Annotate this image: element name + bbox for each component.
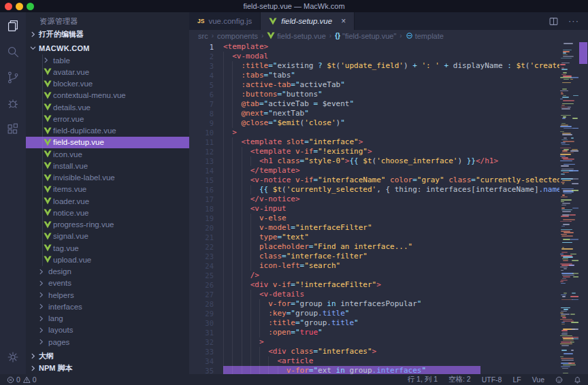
code-line-4[interactable]: :tabs="tabs" xyxy=(223,71,559,80)
code-line-23[interactable]: class="interface-filter" xyxy=(223,252,559,261)
breadcrumb-item[interactable]: template xyxy=(406,32,444,40)
tree-file-notice-vue[interactable]: notice.vue xyxy=(26,207,189,218)
line-number[interactable]: 20 xyxy=(189,223,214,233)
line-number[interactable]: 16 xyxy=(189,185,214,195)
line-number[interactable]: 13 xyxy=(189,156,214,166)
tree-file-progress-ring-vue[interactable]: progress-ring.vue xyxy=(26,219,189,231)
tree-file-contextual-menu-vue[interactable]: contextual-menu.vue xyxy=(26,90,189,101)
tree-file-avatar-vue[interactable]: avatar.vue xyxy=(26,66,189,78)
warnings-count[interactable]: 0 xyxy=(23,375,37,384)
code-line-30[interactable]: :title="group.title" xyxy=(223,318,559,328)
tree-file-loader-vue[interactable]: loader.vue xyxy=(26,195,189,207)
code-line-10[interactable]: > xyxy=(223,128,559,137)
npm-scripts-section[interactable]: NPM 脚本 xyxy=(26,362,189,374)
code-line-34[interactable]: <article xyxy=(223,356,559,366)
line-number[interactable]: 1 xyxy=(189,42,214,52)
tree-folder-design[interactable]: design xyxy=(26,266,189,278)
search-icon[interactable] xyxy=(0,39,26,65)
notifications-icon[interactable] xyxy=(574,376,581,384)
status-encoding[interactable]: UTF-8 xyxy=(482,375,502,384)
split-editor-icon[interactable] xyxy=(549,17,558,26)
errors-count[interactable]: 0 xyxy=(7,375,20,384)
feedback-icon[interactable] xyxy=(555,376,563,384)
breadcrumb-item[interactable]: src xyxy=(198,32,208,40)
tree-file-icon-vue[interactable]: icon.vue xyxy=(26,148,189,160)
line-number[interactable]: 21 xyxy=(189,233,214,242)
breadcrumb-item[interactable]: components xyxy=(217,32,258,40)
line-number[interactable]: 3 xyxy=(189,61,214,71)
code-line-27[interactable]: <v-details xyxy=(223,290,559,299)
line-number[interactable]: 12 xyxy=(189,147,214,156)
tree-file-details-vue[interactable]: details.vue xyxy=(26,101,189,113)
tree-folder-events[interactable]: events xyxy=(26,278,189,289)
line-number[interactable]: 34 xyxy=(189,356,214,366)
line-number[interactable]: 28 xyxy=(189,299,214,309)
tree-file-blocker-vue[interactable]: blocker.vue xyxy=(26,78,189,90)
status-eol[interactable]: LF xyxy=(512,375,521,384)
code-line-5[interactable]: :active-tab="activeTab" xyxy=(223,80,559,90)
line-number[interactable]: 19 xyxy=(189,214,214,223)
line-number[interactable]: 25 xyxy=(189,271,214,280)
line-number[interactable]: 15 xyxy=(189,175,214,185)
code-line-32[interactable]: > xyxy=(223,337,559,347)
tree-folder-table[interactable]: table xyxy=(26,54,189,66)
code-line-11[interactable]: <template slot="interface"> xyxy=(223,137,559,147)
status-indentation[interactable]: 空格: 2 xyxy=(448,375,471,384)
line-number[interactable]: 4 xyxy=(189,71,214,80)
line-number[interactable]: 18 xyxy=(189,204,214,214)
tree-file-invisible-label-vue[interactable]: invisible-label.vue xyxy=(26,172,189,184)
tree-file-field-setup-vue[interactable]: field-setup.vue xyxy=(26,137,189,148)
debug-icon[interactable] xyxy=(0,90,26,116)
line-number[interactable]: 5 xyxy=(189,80,214,90)
line-number[interactable]: 7 xyxy=(189,99,214,109)
code-line-22[interactable]: placeholder="Find an interface..." xyxy=(223,242,559,252)
more-actions-icon[interactable]: ··· xyxy=(568,19,579,23)
code-line-19[interactable]: v-else xyxy=(223,214,559,223)
line-number[interactable]: 31 xyxy=(189,328,214,337)
code-line-16[interactable]: {{ $t('currently_selected', { thing: int… xyxy=(223,185,559,195)
code-line-33[interactable]: <div class="interfaces"> xyxy=(223,347,559,356)
code-line-18[interactable]: <v-input xyxy=(223,204,559,214)
code-line-14[interactable]: </template> xyxy=(223,166,559,175)
line-number[interactable]: 23 xyxy=(189,252,214,261)
code-line-1[interactable]: <template> xyxy=(223,42,559,52)
code-line-12[interactable]: <template v-if="!existing"> xyxy=(223,147,559,156)
line-number[interactable]: 6 xyxy=(189,90,214,99)
line-number[interactable]: 27 xyxy=(189,290,214,299)
workspace-root-section[interactable]: MACWK.COM xyxy=(26,41,189,54)
line-number[interactable]: 11 xyxy=(189,137,214,147)
code-line-20[interactable]: v-model="interfaceFilter" xyxy=(223,223,559,233)
line-number[interactable]: 35 xyxy=(189,366,214,374)
line-number[interactable]: 22 xyxy=(189,242,214,252)
code-line-13[interactable]: <h1 class="style-0">{{ $t('choose_interf… xyxy=(223,156,559,166)
extensions-icon[interactable] xyxy=(0,116,26,142)
status-cursor-position[interactable]: 行 1, 列 1 xyxy=(408,375,438,384)
tab-vue-config-js[interactable]: JSvue.config.js xyxy=(189,12,261,30)
line-number[interactable]: 2 xyxy=(189,52,214,61)
tree-file-upload-vue[interactable]: upload.vue xyxy=(26,254,189,265)
open-editors-section[interactable]: 打开的编辑器 xyxy=(26,28,189,41)
code-line-25[interactable]: /> xyxy=(223,271,559,280)
code-line-8[interactable]: @next="nextTab" xyxy=(223,109,559,118)
tree-folder-layouts[interactable]: layouts xyxy=(26,324,189,336)
code-line-28[interactable]: v-for="group in interfacesPopular" xyxy=(223,299,559,309)
tree-file-install-vue[interactable]: install.vue xyxy=(26,160,189,171)
line-number[interactable]: 26 xyxy=(189,280,214,290)
line-number[interactable]: 33 xyxy=(189,347,214,356)
code-line-7[interactable]: @tab="activeTab = $event" xyxy=(223,99,559,109)
explorer-icon[interactable] xyxy=(0,13,26,39)
code-line-9[interactable]: @close="$emit('close')" xyxy=(223,118,559,128)
source-control-icon[interactable] xyxy=(0,65,26,90)
tree-folder-helpers[interactable]: helpers xyxy=(26,289,189,301)
line-number[interactable]: 17 xyxy=(189,195,214,204)
code-line-3[interactable]: :title="existing ? $t('update_field') + … xyxy=(223,61,559,71)
code-editor[interactable]: 1<template>2 <v-modal3 :title="existing … xyxy=(189,41,559,374)
minimap[interactable] xyxy=(559,41,578,374)
code-line-15[interactable]: <v-notice v-if="interfaceName" color="gr… xyxy=(223,175,559,185)
tree-folder-lang[interactable]: lang xyxy=(26,313,189,324)
line-number[interactable]: 30 xyxy=(189,318,214,328)
status-language-mode[interactable]: Vue xyxy=(532,375,544,384)
scrollbar-thumb[interactable] xyxy=(579,42,587,64)
tree-file-signal-vue[interactable]: signal.vue xyxy=(26,231,189,242)
code-line-2[interactable]: <v-modal xyxy=(223,52,559,61)
